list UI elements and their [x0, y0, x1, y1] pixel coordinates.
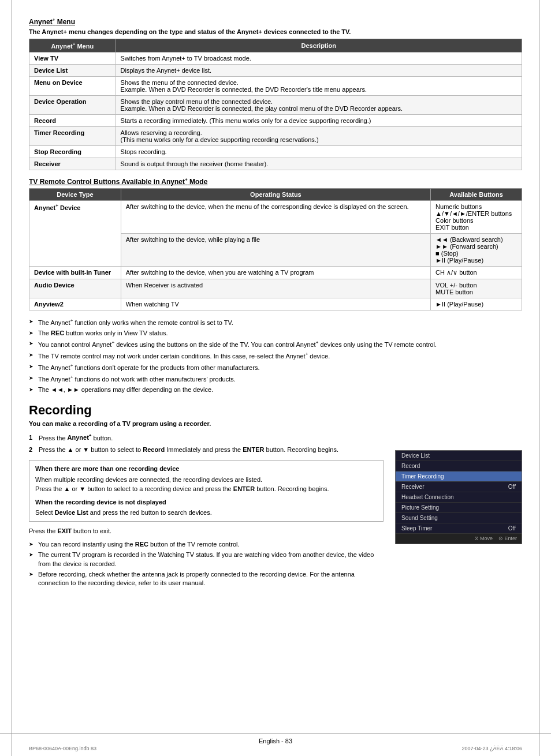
page-footer: English - 83 [0, 733, 551, 744]
recording-text: 1 Press the Anynet+ button. 2 Press the … [29, 433, 384, 596]
list-item: You cannot control Anynet+ devices using… [29, 339, 522, 349]
table-row: Anyview2 When watching TV ►II (Play/Paus… [29, 298, 522, 310]
buttons-audio: VOL +/- buttonMUTE button [431, 279, 522, 298]
table-cell-description: Sound is output through the receiver (ho… [116, 158, 522, 170]
status-audio: When Receiver is activated [121, 279, 430, 298]
page-border-right [539, 0, 539, 756]
device-menu-items: Device ListRecordTimer RecordingReceiver… [396, 451, 522, 534]
footer-move: ⧖ Move [475, 536, 493, 542]
buttons-tuner: CH ∧/∨ button [431, 266, 522, 279]
list-item: The REC button works only in View TV sta… [29, 329, 522, 338]
table-cell-menu: Receiver [29, 158, 116, 170]
remote-header-status: Operating Status [121, 188, 430, 200]
info-text-2: Select Device List and press the red but… [35, 508, 377, 518]
table-cell-description: Starts a recording immediately. (This me… [116, 114, 522, 126]
recording-steps: 1 Press the Anynet+ button. 2 Press the … [29, 433, 384, 455]
buttons-anynet-1: Numeric buttons▲/▼/◄/►/ENTER buttonsColo… [431, 200, 522, 233]
step2: 2 Press the ▲ or ▼ button to select to R… [29, 445, 384, 455]
info-header-2: When the recording device is not display… [35, 497, 377, 507]
page-label: English - 83 [259, 738, 292, 744]
device-anynet: Anynet+ Device [29, 200, 121, 266]
list-item: You can record instantly using the REC b… [29, 540, 384, 549]
menu-item: Headset Connection [396, 492, 522, 503]
table-cell-description: Displays the Anynet+ device list. [116, 64, 522, 76]
menu-item: Picture Setting [396, 503, 522, 513]
menu-item: Sound Setting [396, 513, 522, 523]
remote-table: Device Type Operating Status Available B… [29, 188, 522, 310]
table-header-menu: Anynet+ Menu [29, 39, 116, 53]
step1: 1 Press the Anynet+ button. [29, 433, 384, 443]
buttons-anyview: ►II (Play/Pause) [431, 298, 522, 310]
status-anyview: When watching TV [121, 298, 430, 310]
anynet-menu-table: Anynet+ Menu Description View TVSwitches… [29, 39, 522, 170]
table-cell-menu: Device List [29, 64, 116, 76]
list-item: The Anynet+ function only works when the… [29, 317, 522, 327]
table-row: Device with built-in Tuner After switchi… [29, 266, 522, 279]
status-anynet-2: After switching to the device, while pla… [121, 233, 430, 266]
footer-date-info: 2007-04-23 ¿ÀÈÄ 4:18:06 [461, 746, 522, 751]
remote-header-buttons: Available Buttons [431, 188, 522, 200]
list-item: The Anynet+ functions don't operate for … [29, 362, 522, 372]
info-text-1: When multiple recording devices are conn… [35, 475, 377, 494]
remote-header-device: Device Type [29, 188, 121, 200]
table-header-description: Description [116, 39, 522, 53]
table-cell-description: Stops recording. [116, 145, 522, 158]
table-cell-menu: View TV [29, 52, 116, 64]
device-audio: Audio Device [29, 279, 121, 298]
status-anynet-1: After switching to the device, when the … [121, 200, 430, 233]
table-row: Audio Device When Receiver is activated … [29, 279, 522, 298]
recording-bullets: You can record instantly using the REC b… [29, 540, 384, 588]
footer-file-info: BP68-00640A-00Eng.indb 83 [29, 746, 96, 751]
page-border-left [12, 0, 12, 756]
info-box: When there are more than one recording d… [29, 460, 384, 522]
table-cell-menu: Stop Recording [29, 145, 116, 158]
exit-text: Press the EXIT button to exit. [29, 527, 384, 534]
info-section-2: When the recording device is not display… [35, 497, 377, 518]
menu-item: Sleep TimerOff [396, 523, 522, 534]
section-title-anynet: Anynet+ Menu [29, 17, 522, 26]
device-anyview: Anyview2 [29, 298, 121, 310]
table-cell-description: Shows the play control menu of the conne… [116, 95, 522, 114]
status-tuner: After switching to the device, when you … [121, 266, 430, 279]
recording-section: Recording You can make a recording of a … [29, 403, 522, 596]
table-cell-menu: Device Operation [29, 95, 116, 114]
device-tuner: Device with built-in Tuner [29, 266, 121, 279]
recording-subtitle: You can make a recording of a TV program… [29, 420, 522, 427]
menu-item: ReceiverOff [396, 482, 522, 492]
menu-item: Timer Recording [396, 471, 522, 482]
table-cell-menu: Menu on Device [29, 76, 116, 95]
menu-footer: ⧖ Move ⊙ Enter [396, 534, 522, 544]
table-cell-menu: Timer Recording [29, 126, 116, 145]
footer-enter: ⊙ Enter [498, 536, 517, 542]
menu-item: Record [396, 461, 522, 471]
table-cell-description: Shows the menu of the connected device.E… [116, 76, 522, 95]
list-item: The ◄◄, ►► operations may differ dependi… [29, 386, 522, 394]
recording-layout: 1 Press the Anynet+ button. 2 Press the … [29, 433, 522, 596]
table-row: Anynet+ Device After switching to the de… [29, 200, 522, 233]
buttons-anynet-2: ◄◄ (Backward search)►► (Forward search)■… [431, 233, 522, 266]
list-item: The TV remote control may not work under… [29, 351, 522, 361]
table-cell-description: Allows reserving a recording.(This menu … [116, 126, 522, 145]
menu-item: Device List [396, 451, 522, 461]
info-header-1: When there are more than one recording d… [35, 464, 377, 474]
device-menu-mock: Device ListRecordTimer RecordingReceiver… [395, 450, 522, 544]
recording-title: Recording [29, 403, 522, 418]
section-title-remote: TV Remote Control Buttons Available in A… [29, 177, 522, 186]
table-cell-menu: Record [29, 114, 116, 126]
list-item: The current TV program is recorded in th… [29, 551, 384, 568]
section-subtitle-anynet: The Anynet+ menu changes depending on th… [29, 28, 522, 35]
list-item: The Anynet+ functions do not work with o… [29, 374, 522, 384]
list-item: Before recording, check whether the ante… [29, 570, 384, 588]
anynet-bullets: The Anynet+ function only works when the… [29, 317, 522, 395]
table-cell-description: Switches from Anynet+ to TV broadcast mo… [116, 52, 522, 64]
